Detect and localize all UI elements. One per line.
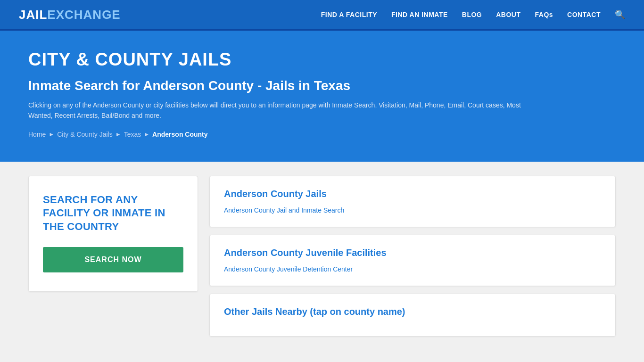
breadcrumb-sep-2: ► [116,131,121,138]
breadcrumb-current: Anderson County [152,131,207,138]
search-box: SEARCH FOR ANY FACILITY OR INMATE IN THE… [28,176,198,292]
breadcrumb-home[interactable]: Home [28,131,46,138]
card-juvenile: Anderson County Juvenile Facilities Ande… [209,235,616,286]
card-county-jails: Anderson County Jails Anderson County Ja… [209,176,616,227]
search-box-title: SEARCH FOR ANY FACILITY OR INMATE IN THE… [43,193,183,234]
nav-faqs[interactable]: FAQs [535,11,553,18]
card-nearby: Other Jails Nearby (tap on county name) [209,294,616,337]
hero-description: Clicking on any of the Anderson County o… [28,100,547,121]
breadcrumb-city-county[interactable]: City & County Jails [57,131,112,138]
breadcrumb-state[interactable]: Texas [124,131,141,138]
breadcrumb-sep-3: ► [144,131,149,138]
nav-about[interactable]: ABOUT [496,11,520,18]
nav-links: FIND A FACILITY FIND AN INMATE BLOG ABOU… [321,9,625,20]
facility-cards: Anderson County Jails Anderson County Ja… [209,176,616,337]
nav-find-facility[interactable]: FIND A FACILITY [321,11,377,18]
breadcrumb: Home ► City & County Jails ► Texas ► And… [28,131,616,138]
card-title-nearby[interactable]: Other Jails Nearby (tap on county name) [224,306,601,317]
logo-jail: JAIL [19,8,47,22]
sidebar: SEARCH FOR ANY FACILITY OR INMATE IN THE… [28,176,198,337]
logo-exchange: EXCHANGE [47,8,120,22]
nav-blog[interactable]: BLOG [462,11,482,18]
search-icon[interactable]: 🔍 [615,9,625,20]
card-link-juvenile[interactable]: Anderson County Juvenile Detention Cente… [224,265,353,273]
page-title: Inmate Search for Anderson County - Jail… [28,78,616,93]
navbar: JAILEXCHANGE FIND A FACILITY FIND AN INM… [0,0,644,31]
nav-find-inmate[interactable]: FIND AN INMATE [391,11,448,18]
card-title-juvenile[interactable]: Anderson County Juvenile Facilities [224,247,601,258]
card-title-county-jails[interactable]: Anderson County Jails [224,189,601,199]
page-category: CITY & COUNTY JAILS [28,49,616,70]
hero-section: CITY & COUNTY JAILS Inmate Search for An… [0,31,644,162]
search-now-button[interactable]: SEARCH NOW [43,247,183,272]
breadcrumb-sep-1: ► [49,131,54,138]
nav-contact[interactable]: CONTACT [567,11,601,18]
main-content: SEARCH FOR ANY FACILITY OR INMATE IN THE… [0,162,644,351]
card-link-county-jails[interactable]: Anderson County Jail and Inmate Search [224,206,344,214]
site-logo[interactable]: JAILEXCHANGE [19,8,121,22]
